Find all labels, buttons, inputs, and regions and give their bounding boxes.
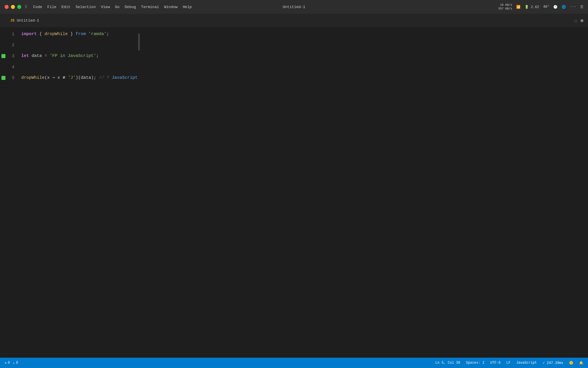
network-speed: 19 KB/s557 KB/s (498, 3, 512, 11)
status-right: Ln 5, Col 38 Spaces: 2 UTF-8 LF JavaScri… (435, 361, 583, 365)
code-text-5[interactable]: dropWhile(x ⇒ x ≢ 'J')(data); // ? JavaS… (21, 72, 138, 83)
traffic-lights (5, 5, 21, 9)
vertical-scrollbar[interactable] (138, 28, 140, 368)
settings-dot[interactable] (581, 19, 583, 22)
code-line-4: 4 (0, 62, 138, 72)
titlebar:  Code File Edit Selection View Go Debug… (0, 0, 588, 14)
cursor-position[interactable]: Ln 5, Col 38 (435, 361, 460, 365)
tab-label: Untitled-1 (17, 18, 39, 23)
scrollbar-thumb[interactable] (138, 33, 140, 51)
emoji-icon[interactable]: 🙂 (569, 361, 573, 365)
battery-icon: 🔋 2.62 (525, 5, 539, 9)
more-icon: ··· (570, 5, 576, 9)
line-number-4: 4 (7, 62, 21, 72)
split-editor-icon[interactable]: ☐ (574, 18, 577, 24)
code-line-5: 5 dropWhile(x ⇒ x ≢ 'J')(data); // ? Jav… (0, 72, 138, 83)
warning-icon: ⚠ (13, 361, 15, 365)
temperature: 46° (543, 5, 550, 9)
menu-edit[interactable]: Edit (61, 5, 70, 9)
js-file-icon: JS (10, 19, 14, 23)
wifi-icon: 📶 (516, 5, 521, 9)
code-line-3: 3 let data = 'FP in JavaScript'; (0, 51, 138, 62)
list-icon: ☰ (580, 5, 583, 9)
status-left: ✕ 0 ⚠ 0 (5, 361, 18, 365)
system-status: 19 KB/s557 KB/s 📶 🔋 2.62 46° 🕐 🌐 ··· ☰ (498, 3, 583, 11)
error-count[interactable]: ✕ 0 ⚠ 0 (5, 361, 18, 365)
status-bar: ✕ 0 ⚠ 0 Ln 5, Col 38 Spaces: 2 UTF-8 LF … (0, 358, 588, 368)
menu-debug[interactable]: Debug (125, 5, 136, 9)
breakpoint-5 (1, 76, 5, 80)
breakpoint-gutter-3[interactable] (0, 54, 7, 58)
tab-bar: JS Untitled-1 ☐ (0, 14, 588, 28)
editor-body: 1 import { dropWhile } from 'ramda'; 2 3… (0, 28, 588, 368)
tab-untitled[interactable]: JS Untitled-1 (6, 14, 44, 27)
code-text-3[interactable]: let data = 'FP in JavaScript'; (21, 51, 138, 62)
error-icon: ✕ (5, 361, 7, 365)
close-button[interactable] (5, 5, 9, 9)
line-ending[interactable]: LF (506, 361, 510, 365)
breakpoint-gutter-5[interactable] (0, 76, 7, 80)
menu-file[interactable]: File (47, 5, 56, 9)
code-text-1[interactable]: import { dropWhile } from 'ramda'; (21, 29, 138, 40)
menu-view[interactable]: View (101, 5, 110, 9)
maximize-button[interactable] (17, 5, 21, 9)
code-line-2: 2 (0, 40, 138, 51)
apple-menu[interactable]:  (25, 4, 28, 9)
line-number-3: 3 (7, 51, 21, 62)
breakpoint-3 (1, 54, 5, 58)
clock-icon: 🕐 (553, 5, 558, 9)
menu-selection[interactable]: Selection (76, 5, 96, 9)
tab-bar-actions: ☐ (574, 18, 588, 24)
menu-code[interactable]: Code (33, 5, 42, 9)
notification-icon[interactable]: 🔔 (579, 361, 583, 365)
window-title: Untitled-1 (283, 5, 305, 9)
code-line-1: 1 import { dropWhile } from 'ramda'; (0, 29, 138, 40)
lines-container: 1 import { dropWhile } from 'ramda'; 2 3… (0, 28, 138, 368)
app-window:  Code File Edit Selection View Go Debug… (0, 0, 588, 368)
error-number: 0 (8, 361, 10, 365)
globe-icon: 🌐 (562, 5, 566, 9)
warning-number: 0 (16, 361, 18, 365)
line-number-2: 2 (7, 40, 21, 51)
minimize-button[interactable] (11, 5, 15, 9)
encoding[interactable]: UTF-8 (490, 361, 501, 365)
menu-go[interactable]: Go (115, 5, 120, 9)
menu-terminal[interactable]: Terminal (141, 5, 159, 9)
line-number-5: 5 (7, 72, 21, 83)
line-number-1: 1 (7, 29, 21, 40)
indentation[interactable]: Spaces: 2 (466, 361, 485, 365)
timing: ✓ 247.39ms (543, 361, 563, 365)
menu-help[interactable]: Help (183, 5, 192, 9)
language-mode[interactable]: JavaScript (516, 361, 537, 365)
menu-window[interactable]: Window (164, 5, 178, 9)
menu-bar:  Code File Edit Selection View Go Debug… (25, 4, 192, 9)
